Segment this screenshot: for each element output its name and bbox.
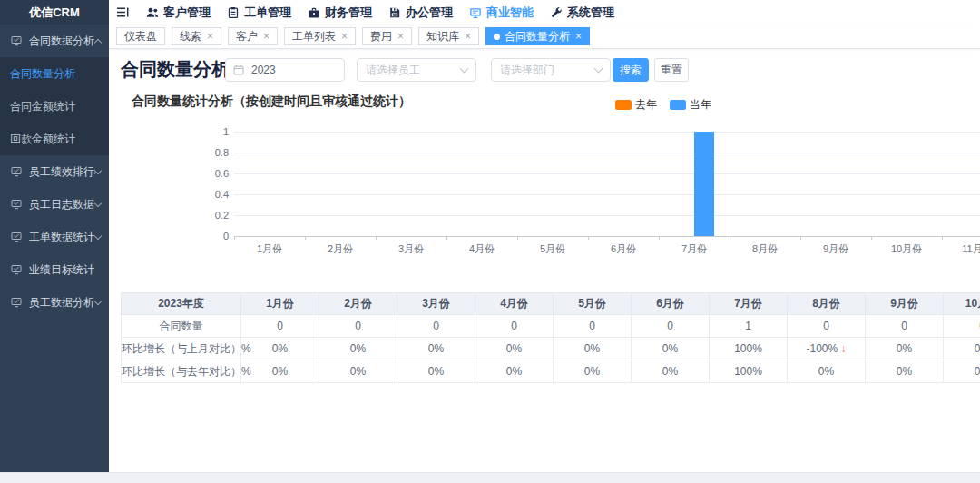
gridline (234, 194, 980, 195)
x-axis-label: 11月份 (942, 242, 980, 256)
table-cell: 0% (241, 338, 319, 360)
table-cell: 0 (397, 315, 475, 338)
sidebar-item-label: 员工数据分析 (29, 295, 94, 310)
sidebar-submenu: 合同数量分析合同金额统计回款金额统计 (0, 57, 109, 155)
panel-icon (11, 232, 22, 242)
table-header-cell: 2月份 (319, 293, 397, 315)
table-cell: 0 (475, 315, 554, 338)
gridline (234, 173, 980, 174)
sidebar-item-label: 员工日志数据... (29, 197, 95, 212)
y-axis-label: 0.6 (201, 168, 229, 179)
office-icon (388, 6, 401, 19)
x-axis-tick (305, 236, 306, 240)
close-icon[interactable]: × (263, 31, 270, 42)
tab-label: 仪表盘 (124, 29, 157, 44)
table-row: 环比增长（与上月对比）%0%0%0%0%0%0%100%-100% ↓0%0% (122, 338, 980, 360)
panel-icon (11, 199, 22, 210)
table-cell: 0 (866, 315, 944, 338)
chevron-down-icon (94, 232, 102, 239)
sidebar-item[interactable]: 工单数据统计 (0, 221, 109, 253)
table-header-cell: 9月份 (866, 293, 944, 315)
tab[interactable]: 客户× (228, 27, 278, 45)
tab[interactable]: 合同数量分析× (485, 27, 590, 45)
table-cell: 0% (554, 338, 632, 360)
sidebar-item[interactable]: 合同数据分析 (0, 25, 109, 57)
horizontal-scrollbar[interactable] (0, 472, 980, 483)
legend-item[interactable]: 去年 (615, 97, 657, 113)
topnav-item[interactable]: 工单管理 (227, 5, 291, 21)
legend-item[interactable]: 当年 (670, 97, 711, 113)
tab-label: 客户 (236, 29, 258, 44)
row-label-cell: 环比增长（与去年对比）% (122, 360, 241, 383)
table-header-row: 2023年度1月份2月份3月份4月份5月份6月份7月份8月份9月份10月份 (122, 293, 980, 315)
year-picker[interactable] (225, 58, 345, 82)
tab[interactable]: 知识库× (418, 27, 479, 45)
table-header-cell: 4月份 (475, 293, 554, 315)
bar-chart: 00.20.40.60.811月份2月份3月份4月份5月份6月份7月份8月份9月… (109, 126, 980, 262)
x-axis-label: 1月份 (234, 242, 305, 256)
table-cell: 0% (632, 360, 710, 383)
topnav-items: 客户管理工单管理财务管理办公管理商业智能系统管理 (146, 5, 614, 21)
x-axis-tick (517, 236, 518, 240)
table-header-cell: 7月份 (710, 293, 788, 315)
table-cell: 0% (319, 360, 397, 383)
table-cell: 100% (710, 360, 788, 383)
table-header-cell: 1月份 (241, 293, 319, 315)
topnav-item-label: 办公管理 (406, 5, 453, 21)
tab[interactable]: 工单列表× (284, 27, 356, 45)
active-dot (494, 34, 500, 40)
table-cell: 0 (554, 315, 632, 338)
tab[interactable]: 费用× (362, 27, 412, 45)
content-area: 合同数量分析 请选择员工 请选择部门 搜索 重置 合同数量统计分析（按创建时间且… (109, 49, 980, 473)
close-icon[interactable]: × (341, 31, 348, 42)
topnav: 客户管理工单管理财务管理办公管理商业智能系统管理 (109, 0, 980, 25)
sidebar-subitem[interactable]: 合同金额统计 (0, 90, 109, 123)
sidebar-item-label: 合同数据分析 (29, 34, 94, 49)
tab[interactable]: 线索× (172, 27, 221, 45)
table-cell: 0% (475, 360, 554, 383)
search-button[interactable]: 搜索 (612, 58, 649, 82)
sidebar-subitem[interactable]: 合同数量分析 (0, 57, 109, 90)
x-axis-label: 9月份 (800, 242, 871, 256)
topnav-item[interactable]: 办公管理 (388, 5, 453, 21)
topnav-item[interactable]: 系统管理 (550, 5, 614, 21)
close-icon[interactable]: × (575, 31, 582, 42)
y-axis-label: 0.8 (201, 147, 229, 158)
topnav-item[interactable]: 商业智能 (469, 5, 534, 21)
panel-icon (11, 166, 22, 177)
table-cell: 0% (944, 360, 980, 383)
hamburger-icon[interactable] (116, 6, 130, 18)
close-icon[interactable]: × (397, 31, 404, 42)
clipboard-icon (227, 6, 240, 19)
reset-button[interactable]: 重置 (654, 58, 689, 82)
app-window: 优信CRM 合同数据分析合同数量分析合同金额统计回款金额统计员工绩效排行榜员工日… (0, 0, 980, 473)
table-header-cell: 10月份 (944, 293, 980, 315)
topnav-item[interactable]: 客户管理 (146, 5, 211, 21)
wrench-icon (550, 6, 563, 19)
legend-label: 去年 (635, 97, 657, 113)
x-axis-label: 6月份 (588, 242, 659, 256)
sidebar-item[interactable]: 业绩目标统计 (0, 253, 109, 286)
table-cell: 0% (319, 338, 397, 360)
sidebar-item[interactable]: 员工数据分析 (0, 286, 109, 319)
table-cell: 0% (397, 360, 475, 383)
close-icon[interactable]: × (465, 31, 471, 42)
tab[interactable]: 仪表盘 (116, 27, 165, 45)
x-axis-label: 4月份 (446, 242, 517, 256)
chart-legend: 去年当年 (615, 97, 711, 113)
year-input[interactable] (250, 63, 335, 77)
sidebar-item[interactable]: 员工日志数据... (0, 188, 109, 221)
topnav-item-label: 系统管理 (567, 5, 614, 21)
sidebar-item[interactable]: 员工绩效排行榜 (0, 155, 109, 188)
gridline (234, 132, 980, 133)
monitor-icon (469, 6, 482, 19)
close-icon[interactable]: × (207, 31, 213, 42)
department-select[interactable]: 请选择部门 (491, 58, 611, 82)
arrow-down-icon: ↓ (841, 342, 847, 355)
employee-select[interactable]: 请选择员工 (357, 58, 476, 82)
chevron-down-icon (94, 199, 102, 206)
sidebar-subitem[interactable]: 回款金额统计 (0, 123, 109, 155)
brand-logo: 优信CRM (0, 0, 109, 25)
department-select-placeholder: 请选择部门 (500, 63, 554, 78)
topnav-item[interactable]: 财务管理 (308, 5, 372, 21)
